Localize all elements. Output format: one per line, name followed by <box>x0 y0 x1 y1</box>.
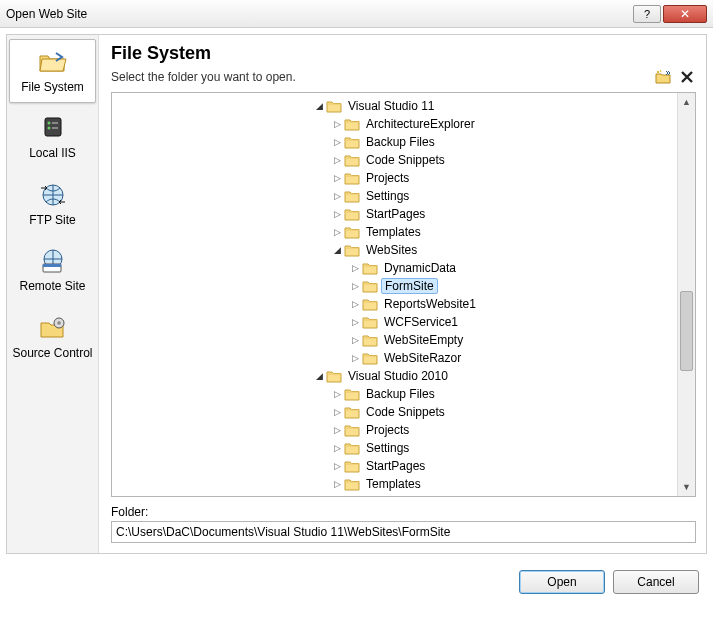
tree-node[interactable]: ▷Projects <box>112 169 677 187</box>
tree-node-label: WebSites <box>364 243 419 257</box>
sidebar-item-source-control[interactable]: Source Control <box>9 305 96 369</box>
scroll-up-icon[interactable]: ▲ <box>678 93 695 111</box>
tree-node[interactable]: ▷Code Snippets <box>112 403 677 421</box>
sidebar: File System Local IIS FTP Site Remote Si… <box>7 35 99 553</box>
chevron-right-icon[interactable]: ▷ <box>330 479 344 489</box>
scrollbar[interactable]: ▲ ▼ <box>677 93 695 496</box>
folder-icon <box>344 189 364 203</box>
tree-node[interactable]: ▷Backup Files <box>112 385 677 403</box>
tree-node[interactable]: ◢Visual Studio 2010 <box>112 367 677 385</box>
tree-node[interactable]: ◢WebSites <box>112 241 677 259</box>
tree-node[interactable]: ◢Visual Studio 11 <box>112 97 677 115</box>
tree-node[interactable]: ▷Code Snippets <box>112 151 677 169</box>
folder-label: Folder: <box>111 505 696 519</box>
tree-node[interactable]: ▷Templates <box>112 223 677 241</box>
folder-icon <box>362 297 382 311</box>
chevron-right-icon[interactable]: ▷ <box>330 425 344 435</box>
chevron-right-icon[interactable]: ▷ <box>330 461 344 471</box>
close-button[interactable]: ✕ <box>663 5 707 23</box>
folder-icon <box>344 135 364 149</box>
tree-node-label: Projects <box>364 423 411 437</box>
new-folder-icon[interactable] <box>654 68 672 86</box>
tree-node[interactable]: ▷ReportsWebsite1 <box>112 295 677 313</box>
tree-node-label: Backup Files <box>364 135 437 149</box>
tree-node[interactable]: ▷StartPages <box>112 205 677 223</box>
chevron-right-icon[interactable]: ▷ <box>330 227 344 237</box>
tree-node[interactable]: ▷Visualizers <box>112 493 677 496</box>
tree-node[interactable]: ▷Projects <box>112 421 677 439</box>
tree-node-label: DynamicData <box>382 261 458 275</box>
chevron-down-icon[interactable]: ◢ <box>312 101 326 111</box>
chevron-right-icon[interactable]: ▷ <box>330 191 344 201</box>
tree-node-label: Visualizers <box>364 495 426 496</box>
sidebar-item-remote-site[interactable]: Remote Site <box>9 238 96 302</box>
chevron-down-icon[interactable]: ◢ <box>330 245 344 255</box>
tree-node[interactable]: ▷Backup Files <box>112 133 677 151</box>
chevron-right-icon[interactable]: ▷ <box>330 443 344 453</box>
svg-rect-3 <box>52 122 58 124</box>
sidebar-item-label: FTP Site <box>29 213 75 227</box>
help-button[interactable]: ? <box>633 5 661 23</box>
chevron-right-icon[interactable]: ▷ <box>348 263 362 273</box>
tree-node[interactable]: ▷StartPages <box>112 457 677 475</box>
tree-node-label: Settings <box>364 189 411 203</box>
window-title: Open Web Site <box>6 7 631 21</box>
tree-node[interactable]: ▷WebSiteRazor <box>112 349 677 367</box>
chevron-right-icon[interactable]: ▷ <box>348 317 362 327</box>
svg-point-12 <box>660 70 662 72</box>
tree-node[interactable]: ▷Settings <box>112 187 677 205</box>
tree-node[interactable]: ▷DynamicData <box>112 259 677 277</box>
tree-node[interactable]: ▷FormSite <box>112 277 677 295</box>
scroll-down-icon[interactable]: ▼ <box>678 478 695 496</box>
folder-icon <box>362 351 382 365</box>
tree-node-label: Code Snippets <box>364 153 447 167</box>
folder-icon <box>326 99 346 113</box>
folder-path-input[interactable] <box>111 521 696 543</box>
chevron-right-icon[interactable]: ▷ <box>330 209 344 219</box>
folder-icon <box>362 279 382 293</box>
tree-viewport[interactable]: ◢Visual Studio 11▷ArchitectureExplorer▷B… <box>112 93 677 496</box>
scroll-track[interactable] <box>678 111 695 478</box>
svg-point-1 <box>47 122 50 125</box>
page-title: File System <box>111 43 696 64</box>
close-icon: ✕ <box>680 7 690 21</box>
chevron-right-icon[interactable]: ▷ <box>330 155 344 165</box>
chevron-right-icon[interactable]: ▷ <box>330 137 344 147</box>
tree-node[interactable]: ▷WebSiteEmpty <box>112 331 677 349</box>
chevron-right-icon[interactable]: ▷ <box>330 173 344 183</box>
folder-icon <box>344 207 364 221</box>
chevron-right-icon[interactable]: ▷ <box>348 281 362 291</box>
open-button[interactable]: Open <box>519 570 605 594</box>
chevron-right-icon[interactable]: ▷ <box>330 119 344 129</box>
svg-rect-4 <box>52 127 58 129</box>
globe-arrows-icon <box>37 181 69 209</box>
folder-icon <box>344 495 364 496</box>
tree-node[interactable]: ▷Settings <box>112 439 677 457</box>
cancel-button[interactable]: Cancel <box>613 570 699 594</box>
folder-icon <box>344 441 364 455</box>
tree-node[interactable]: ▷ArchitectureExplorer <box>112 115 677 133</box>
chevron-right-icon[interactable]: ▷ <box>348 335 362 345</box>
sidebar-item-file-system[interactable]: File System <box>9 39 96 103</box>
chevron-right-icon[interactable]: ▷ <box>348 353 362 363</box>
sidebar-item-local-iis[interactable]: Local IIS <box>9 105 96 169</box>
folder-open-icon <box>37 48 69 76</box>
scroll-thumb[interactable] <box>680 291 693 371</box>
chevron-right-icon[interactable]: ▷ <box>348 299 362 309</box>
tree-node-label: WebSiteRazor <box>382 351 463 365</box>
chevron-right-icon[interactable]: ▷ <box>330 407 344 417</box>
chevron-right-icon[interactable]: ▷ <box>330 389 344 399</box>
folder-icon <box>344 459 364 473</box>
globe-window-icon <box>37 247 69 275</box>
folder-icon <box>344 153 364 167</box>
svg-point-10 <box>57 321 61 325</box>
sidebar-item-label: File System <box>21 80 84 94</box>
server-icon <box>37 114 69 142</box>
tree-node[interactable]: ▷WCFService1 <box>112 313 677 331</box>
sidebar-item-ftp-site[interactable]: FTP Site <box>9 172 96 236</box>
folder-icon <box>344 117 364 131</box>
tree-node[interactable]: ▷Templates <box>112 475 677 493</box>
delete-icon[interactable] <box>678 68 696 86</box>
chevron-down-icon[interactable]: ◢ <box>312 371 326 381</box>
folder-tree: ◢Visual Studio 11▷ArchitectureExplorer▷B… <box>111 92 696 497</box>
